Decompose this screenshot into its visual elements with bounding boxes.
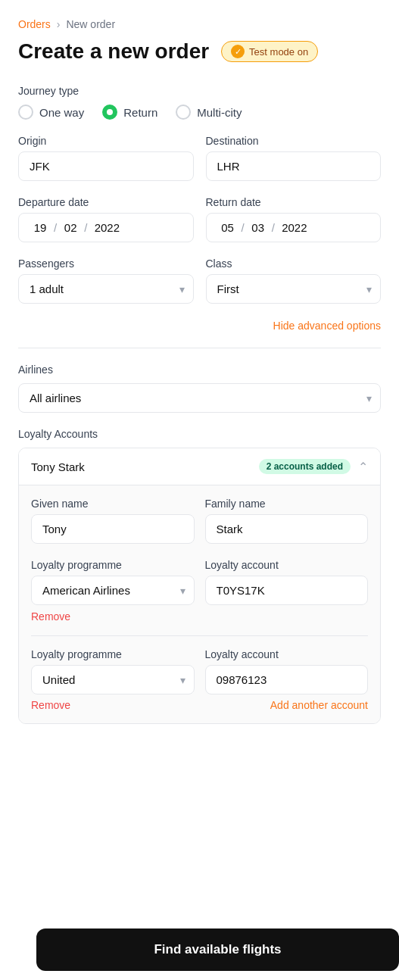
loyalty-accounts-box: Tony Stark 2 accounts added ⌃ Given name…: [18, 448, 381, 724]
loyalty-programme-2-field: Loyalty programme American Airlines Unit…: [31, 648, 195, 694]
departure-year[interactable]: [90, 221, 123, 234]
origin-destination-row: Origin Destination: [18, 135, 381, 181]
airlines-label: Airlines: [18, 364, 381, 376]
return-day[interactable]: [217, 221, 238, 234]
loyalty-collapse-icon: ⌃: [358, 460, 368, 474]
find-flights-button[interactable]: Find available flights: [36, 929, 399, 971]
given-name-label: Given name: [31, 498, 195, 510]
loyalty-account-1: Loyalty programme American Airlines Unit…: [31, 559, 368, 623]
loyalty-account1-row: Loyalty programme American Airlines Unit…: [31, 559, 368, 605]
departure-date-input-group[interactable]: / /: [18, 213, 194, 242]
loyalty-header-right: 2 accounts added ⌃: [259, 459, 368, 474]
loyalty-account-2-bottom-row: Remove Add another account: [31, 699, 368, 711]
loyalty-accounts-divider: [31, 635, 368, 636]
loyalty-header[interactable]: Tony Stark 2 accounts added ⌃: [19, 448, 380, 485]
add-another-account-link[interactable]: Add another account: [270, 699, 368, 711]
test-mode-label: Test mode on: [249, 46, 308, 58]
return-year[interactable]: [278, 221, 311, 234]
loyalty-account-2-label: Loyalty account: [205, 648, 369, 660]
departure-month[interactable]: [60, 221, 81, 234]
given-name-field: Given name: [31, 498, 195, 544]
return-date-field: Return date / /: [206, 196, 382, 242]
test-mode-badge: ✓ Test mode on: [221, 41, 318, 62]
class-select[interactable]: Economy Premium Economy Business First: [206, 274, 382, 304]
departure-date-label: Departure date: [18, 196, 194, 208]
class-field: Class Economy Premium Economy Business F…: [206, 257, 382, 304]
loyalty-accounts-section: Loyalty Accounts Tony Stark 2 accounts a…: [18, 428, 381, 724]
hide-advanced-options-link[interactable]: Hide advanced options: [273, 320, 381, 332]
departure-day[interactable]: [30, 221, 51, 234]
destination-label: Destination: [206, 135, 382, 147]
departure-date-field: Departure date / /: [18, 196, 194, 242]
passengers-select[interactable]: 1 adult 2 adults 3 adults: [18, 274, 194, 304]
origin-label: Origin: [18, 135, 194, 147]
loyalty-account-2-field: Loyalty account: [205, 648, 369, 694]
breadcrumb-orders-link[interactable]: Orders: [18, 18, 51, 30]
return-month[interactable]: [248, 221, 269, 234]
loyalty-account-1-field: Loyalty account: [205, 559, 369, 605]
radio-multi-city-label: Multi-city: [197, 106, 242, 119]
origin-input[interactable]: [18, 151, 194, 181]
section-divider: [18, 348, 381, 348]
loyalty-body: Given name Family name Loyalty programme: [19, 485, 380, 723]
breadcrumb-current: New order: [66, 18, 115, 30]
destination-field: Destination: [206, 135, 382, 181]
family-name-input[interactable]: [205, 514, 369, 544]
return-date-input-group[interactable]: / /: [206, 213, 382, 242]
origin-field: Origin: [18, 135, 194, 181]
destination-input[interactable]: [206, 151, 382, 181]
passengers-select-wrapper: 1 adult 2 adults 3 adults ▾: [18, 274, 194, 304]
loyalty-programme-2-select-wrapper: American Airlines United British Airways…: [31, 665, 195, 694]
return-date-label: Return date: [206, 196, 382, 208]
loyalty-account-1-label: Loyalty account: [205, 559, 369, 571]
loyalty-account-1-input[interactable]: [205, 576, 369, 605]
airlines-select-wrapper: All airlines American Airlines United Br…: [18, 383, 381, 413]
given-name-input[interactable]: [31, 514, 195, 544]
ret-sep2: /: [272, 221, 275, 234]
passengers-label: Passengers: [18, 257, 194, 270]
radio-multi-city[interactable]: Multi-city: [176, 105, 242, 120]
radio-return-circle: [102, 105, 117, 120]
loyalty-programme-1-label: Loyalty programme: [31, 559, 195, 571]
loyalty-programme-1-select[interactable]: American Airlines United British Airways: [31, 576, 195, 605]
test-mode-check-icon: ✓: [231, 45, 245, 58]
loyalty-programme-1-select-wrapper: American Airlines United British Airways…: [31, 576, 195, 605]
radio-one-way-circle: [18, 105, 33, 120]
airlines-section: Airlines All airlines American Airlines …: [18, 364, 381, 413]
journey-type-section: Journey type One way Return Multi-city: [18, 85, 381, 120]
airlines-select[interactable]: All airlines American Airlines United Br…: [18, 383, 381, 413]
journey-type-row: One way Return Multi-city: [18, 105, 381, 120]
passengers-field: Passengers 1 adult 2 adults 3 adults ▾: [18, 257, 194, 304]
loyalty-account-2-remove[interactable]: Remove: [31, 699, 70, 711]
dep-sep1: /: [54, 221, 57, 234]
loyalty-passenger-name: Tony Stark: [31, 460, 85, 473]
family-name-field: Family name: [205, 498, 369, 544]
loyalty-account-2: Loyalty programme American Airlines Unit…: [31, 648, 368, 711]
breadcrumb-separator: ›: [57, 18, 61, 30]
loyalty-programme-2-label: Loyalty programme: [31, 648, 195, 660]
page-header: Create a new order ✓ Test mode on: [18, 39, 381, 64]
radio-return-label: Return: [123, 106, 157, 119]
class-label: Class: [206, 257, 382, 270]
radio-return[interactable]: Return: [102, 105, 157, 120]
loyalty-name-row: Given name Family name: [31, 498, 368, 544]
class-select-wrapper: Economy Premium Economy Business First ▾: [206, 274, 382, 304]
ret-sep1: /: [242, 221, 245, 234]
advanced-options-section: Hide advanced options: [18, 319, 381, 332]
loyalty-account-2-input[interactable]: [205, 665, 369, 694]
radio-one-way[interactable]: One way: [18, 105, 84, 120]
page-title: Create a new order: [18, 39, 209, 64]
loyalty-accounts-badge: 2 accounts added: [259, 459, 351, 474]
loyalty-programme-1-field: Loyalty programme American Airlines Unit…: [31, 559, 195, 605]
breadcrumb: Orders › New order: [18, 18, 381, 30]
journey-type-label: Journey type: [18, 85, 381, 97]
radio-one-way-label: One way: [39, 106, 84, 119]
loyalty-programme-2-select[interactable]: American Airlines United British Airways: [31, 665, 195, 694]
family-name-label: Family name: [205, 498, 369, 510]
radio-multi-city-circle: [176, 105, 191, 120]
dates-row: Departure date / / Return date / /: [18, 196, 381, 242]
passengers-class-row: Passengers 1 adult 2 adults 3 adults ▾ C…: [18, 257, 381, 304]
loyalty-account2-row: Loyalty programme American Airlines Unit…: [31, 648, 368, 694]
loyalty-account-1-remove[interactable]: Remove: [31, 610, 70, 623]
dep-sep2: /: [84, 221, 87, 234]
